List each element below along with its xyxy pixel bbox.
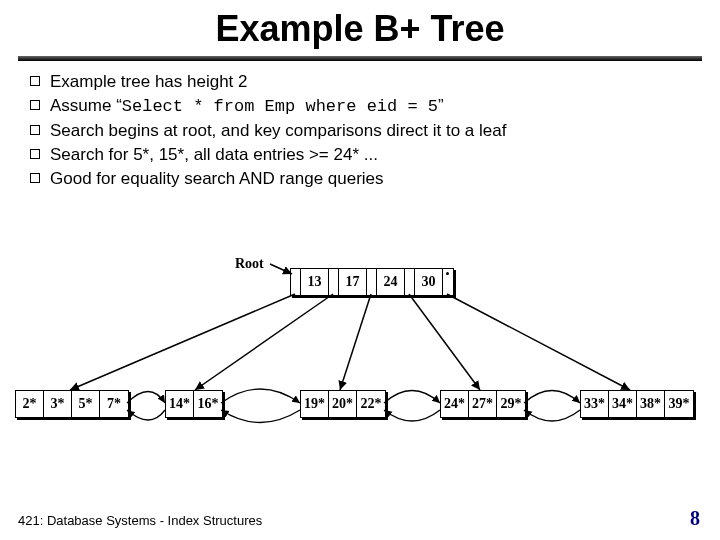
list-item: Search begins at root, and key compariso… [30, 120, 690, 142]
key-cell: 30 [415, 269, 443, 295]
bullet-icon [30, 100, 40, 110]
leaf-node: 24* 27* 29* [440, 390, 526, 418]
leaf-node: 33* 34* 38* 39* [580, 390, 694, 418]
entry-cell: 2* [16, 391, 44, 417]
bullet-icon [30, 76, 40, 86]
svg-line-4 [409, 294, 480, 390]
footer-text: 421: Database Systems - Index Structures [18, 513, 262, 528]
key-cell: 24 [377, 269, 405, 295]
entry-cell: 33* [581, 391, 609, 417]
entry-cell: 7* [100, 391, 128, 417]
leaf-node: 14* 16* [165, 390, 223, 418]
bullet-icon [30, 149, 40, 159]
list-item: Search for 5*, 15*, all data entries >= … [30, 144, 690, 166]
bullet-icon [30, 173, 40, 183]
pointer-slot [405, 269, 415, 295]
entry-cell: 19* [301, 391, 329, 417]
btree-diagram: Root 13 17 24 30 2* 3* 5* 7* 14* 16* 19*… [0, 250, 720, 470]
entry-cell: 20* [329, 391, 357, 417]
svg-line-0 [270, 264, 292, 274]
page-number: 8 [690, 507, 700, 530]
entry-cell: 22* [357, 391, 385, 417]
key-cell: 13 [301, 269, 329, 295]
pointer-slot [443, 269, 453, 295]
svg-line-3 [340, 294, 371, 390]
bullet-list: Example tree has height 2 Assume “Select… [30, 71, 690, 190]
key-cell: 17 [339, 269, 367, 295]
root-label: Root [235, 256, 264, 272]
list-item: Good for equality search AND range queri… [30, 168, 690, 190]
entry-cell: 3* [44, 391, 72, 417]
entry-cell: 14* [166, 391, 194, 417]
entry-cell: 29* [497, 391, 525, 417]
list-item: Assume “Select * from Emp where eid = 5” [30, 95, 690, 117]
leaf-node: 19* 20* 22* [300, 390, 386, 418]
svg-line-1 [70, 294, 295, 390]
leaf-node: 2* 3* 5* 7* [15, 390, 129, 418]
svg-line-5 [447, 294, 630, 390]
title-rule [18, 56, 702, 61]
entry-cell: 34* [609, 391, 637, 417]
entry-cell: 27* [469, 391, 497, 417]
page-title: Example B+ Tree [0, 0, 720, 50]
entry-cell: 39* [665, 391, 693, 417]
svg-line-2 [195, 294, 333, 390]
bullet-icon [30, 125, 40, 135]
pointer-slot [367, 269, 377, 295]
pointer-slot [329, 269, 339, 295]
entry-cell: 16* [194, 391, 222, 417]
root-node: 13 17 24 30 [290, 268, 454, 296]
entry-cell: 5* [72, 391, 100, 417]
list-item: Example tree has height 2 [30, 71, 690, 93]
entry-cell: 24* [441, 391, 469, 417]
entry-cell: 38* [637, 391, 665, 417]
pointer-slot [291, 269, 301, 295]
